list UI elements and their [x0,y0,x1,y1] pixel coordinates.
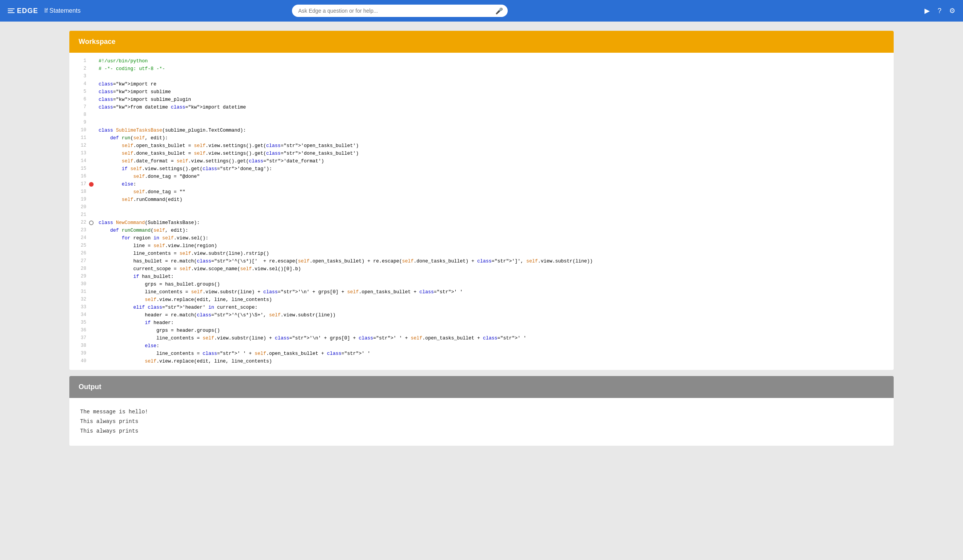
line-number: 33 [75,304,86,311]
line-icon [89,112,94,118]
line-gutter: 8 [75,111,99,119]
microphone-icon[interactable]: 🎤 [495,7,503,15]
line-gutter: 26 [75,250,99,257]
line-icon [89,305,94,310]
line-icon [89,251,94,256]
line-icon [89,228,94,233]
table-row: 17 else: [69,181,894,188]
line-icon [89,66,94,72]
code-text: grps = has_bullet.groups() [99,281,888,288]
code-text: for region in self.view.sel(): [99,234,888,242]
code-text: class="kw">import re [99,80,888,88]
line-gutter: 22 [75,219,99,226]
line-number: 36 [75,327,86,334]
line-icon [89,74,94,79]
line-icon [89,259,94,264]
line-icon [89,205,94,210]
line-icon [89,182,94,187]
code-text: line_contents = self.view.substr(line) +… [99,334,888,342]
code-text: self.view.replace(edit, line, line_conte… [99,358,888,365]
line-number: 34 [75,311,86,319]
line-number: 10 [75,127,86,134]
line-number: 32 [75,296,86,303]
workspace-panel: Workspace 1#!/usr/bin/python2# -*- codin… [69,31,894,370]
table-row: 19 self.runCommand(edit) [69,196,894,204]
table-row: 24 for region in self.view.sel(): [69,234,894,242]
output-panel: Output The message is hello!This always … [69,376,894,446]
line-gutter: 31 [75,288,99,296]
code-text: class="kw">import sublime_plugin [99,96,888,104]
play-button[interactable]: ▶ [924,7,930,15]
code-text: self.view.replace(edit, line, line_conte… [99,296,888,304]
table-row: 15 if self.view.settings().get(class="st… [69,165,894,173]
help-button[interactable]: ? [938,7,941,15]
line-gutter: 24 [75,234,99,242]
code-text: header = re.match(class="str">'^(\s*)\S+… [99,311,888,319]
settings-button[interactable]: ⚙ [949,7,955,15]
line-gutter: 18 [75,188,99,196]
line-number: 25 [75,242,86,249]
line-number: 38 [75,342,86,349]
line-number: 27 [75,257,86,265]
code-text: has_bullet = re.match(class="str">'^(\s*… [99,257,888,265]
code-text: grps = header.groups() [99,327,888,334]
line-number: 22 [75,219,86,226]
table-row: 23 def runCommand(self, edit): [69,227,894,234]
line-gutter: 32 [75,296,99,303]
table-row: 39 line_contents = class="str">' ' + sel… [69,350,894,358]
table-row: 25 line = self.view.line(region) [69,242,894,250]
line-number: 23 [75,227,86,234]
line-number: 8 [75,111,86,119]
workspace-title: Workspace [79,38,116,45]
table-row: 36 grps = header.groups() [69,327,894,334]
table-row: 6class="kw">import sublime_plugin [69,96,894,104]
code-editor[interactable]: 1#!/usr/bin/python2# -*- coding: utf-8 -… [69,53,894,370]
line-number: 29 [75,273,86,280]
line-gutter: 1 [75,57,99,65]
output-header: Output [69,376,894,398]
line-icon [89,236,94,241]
line-gutter: 29 [75,273,99,280]
line-gutter: 4 [75,80,99,88]
table-row: 29 if has_bullet: [69,273,894,281]
line-gutter: 14 [75,157,99,165]
code-text: self.done_tasks_bullet = self.view.setti… [99,150,888,157]
line-icon [89,82,94,87]
line-number: 40 [75,358,86,365]
line-icon [89,212,94,218]
code-text: self.done_tag = "" [99,188,888,196]
table-row: 12 self.open_tasks_bullet = self.view.se… [69,142,894,150]
line-gutter: 19 [75,196,99,203]
line-gutter: 2 [75,65,99,72]
table-row: 21 [69,211,894,219]
line-icon [89,336,94,341]
code-text: def runCommand(self, edit): [99,227,888,234]
page-title: If Statements [44,7,81,14]
table-row: 28 current_scope = self.view.scope_name(… [69,265,894,273]
line-gutter: 33 [75,304,99,311]
table-row: 1#!/usr/bin/python [69,57,894,65]
line-gutter: 16 [75,173,99,180]
line-number: 9 [75,119,86,126]
line-gutter: 6 [75,96,99,103]
code-text: elif class="str">'header' in current_sco… [99,304,888,311]
table-row: 13 self.done_tasks_bullet = self.view.se… [69,150,894,157]
output-content: The message is hello!This always printsT… [69,398,894,446]
table-row: 7class="kw">from datetime class="kw">imp… [69,104,894,111]
line-number: 37 [75,334,86,342]
line-icon [89,243,94,249]
line-number: 21 [75,211,86,219]
table-row: 9 [69,119,894,127]
line-number: 31 [75,288,86,296]
table-row: 2# -*- coding: utf-8 -*- [69,65,894,73]
line-gutter: 28 [75,265,99,272]
code-text: self.done_tag = "@done" [99,173,888,181]
line-icon [89,289,94,295]
line-number: 4 [75,80,86,88]
search-input[interactable] [292,5,508,17]
breakpoint-icon[interactable] [89,182,94,187]
line-gutter: 21 [75,211,99,219]
line-gutter: 15 [75,165,99,172]
app-logo: EDGE [8,7,38,15]
table-row: 22class NewCommand(SublimeTasksBase): [69,219,894,227]
